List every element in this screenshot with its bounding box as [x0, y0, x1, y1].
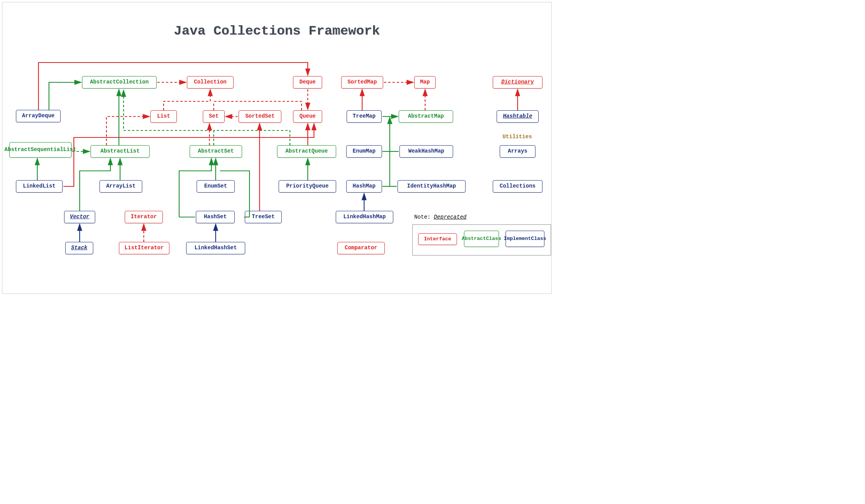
- note-deprecated: Note: Deprecated: [414, 214, 466, 220]
- node-hashset: HashSet: [196, 211, 235, 223]
- node-set: Set: [203, 110, 225, 123]
- node-deque: Deque: [293, 76, 322, 89]
- legend-abstract: AbstractClass: [464, 231, 499, 247]
- node-weakhashmap: WeakHashMap: [399, 145, 453, 158]
- node-arraydeque: ArrayDeque: [16, 110, 61, 122]
- node-dictionary: Dictionary: [493, 76, 542, 89]
- node-linkedlist: LinkedList: [16, 180, 63, 193]
- node-comparator: Comparator: [337, 242, 385, 254]
- node-vector: Vector: [64, 211, 95, 223]
- node-linkedhashset: LinkedHashSet: [186, 242, 245, 254]
- node-stack: Stack: [65, 242, 93, 254]
- utilities-label: Utilities: [498, 134, 537, 140]
- legend-implement: ImplementClass: [506, 231, 544, 247]
- node-abstractqueue: AbstractQueue: [277, 145, 336, 158]
- node-abstractmap: AbstractMap: [399, 110, 453, 123]
- node-identityhashmap: IdentityHashMap: [398, 180, 466, 193]
- node-enumset: EnumSet: [197, 180, 235, 193]
- node-hashtable: Hashtable: [497, 110, 539, 123]
- diagram-canvas: Java Collections Framework AbstractColle…: [2, 2, 552, 294]
- node-hashmap: HashMap: [346, 180, 382, 193]
- diagram-title: Java Collections Framework: [2, 24, 551, 38]
- node-listiterator: ListIterator: [119, 242, 169, 254]
- node-iterator: Iterator: [125, 211, 163, 223]
- node-list: List: [150, 110, 177, 123]
- node-abstractlist: AbstractList: [91, 145, 150, 158]
- node-abstractsequentiallist: AbstractSequentialList: [9, 142, 72, 158]
- node-abstractcollection: AbstractCollection: [82, 76, 157, 89]
- node-treemap: TreeMap: [347, 110, 382, 123]
- node-collections: Collections: [493, 180, 542, 193]
- node-map: Map: [414, 76, 436, 89]
- node-linkedhashmap: LinkedHashMap: [336, 211, 393, 223]
- node-collection: Collection: [187, 76, 234, 89]
- node-abstractset: AbstractSet: [190, 145, 242, 158]
- node-arrays: Arrays: [500, 145, 535, 158]
- node-queue: Queue: [293, 110, 322, 123]
- node-priorityqueue: PriorityQueue: [279, 180, 336, 193]
- node-sortedset: SortedSet: [239, 110, 281, 123]
- legend-interface: Interface: [418, 233, 457, 245]
- node-sortedmap: SortedMap: [341, 76, 383, 89]
- node-enummap: EnumMap: [346, 145, 382, 158]
- node-treeset: TreeSet: [245, 211, 282, 223]
- node-arraylist: ArrayList: [99, 180, 142, 193]
